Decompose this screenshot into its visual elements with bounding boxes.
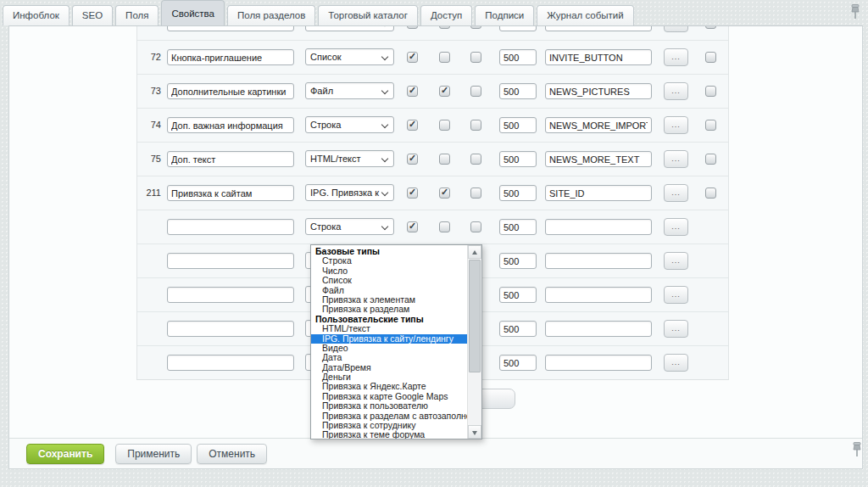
limit-input[interactable] xyxy=(499,321,537,337)
dropdown-scrollbar[interactable] xyxy=(467,245,481,439)
property-checkbox[interactable] xyxy=(470,86,481,97)
property-checkbox[interactable] xyxy=(470,120,481,131)
code-input[interactable] xyxy=(545,151,652,167)
dropdown-option[interactable]: Привязка к разделам с автозаполнением xyxy=(311,411,467,421)
scrollbar-thumb[interactable] xyxy=(469,260,481,372)
property-settings-button[interactable]: ... xyxy=(664,116,688,134)
tab-доступ[interactable]: Доступ xyxy=(420,5,472,25)
code-input[interactable] xyxy=(545,287,652,303)
tab-подписи[interactable]: Подписи xyxy=(475,5,534,25)
pin-icon-top[interactable] xyxy=(849,4,861,20)
limit-input[interactable] xyxy=(499,219,537,235)
property-checkbox[interactable] xyxy=(439,120,450,131)
property-type-select[interactable]: Файл xyxy=(305,82,394,99)
tab-журнал-событий[interactable]: Журнал событий xyxy=(537,5,633,25)
code-input[interactable] xyxy=(545,219,652,235)
property-name-input[interactable] xyxy=(167,83,294,99)
property-name-input[interactable] xyxy=(167,253,294,269)
apply-button[interactable]: Применить xyxy=(115,444,192,464)
scroll-down-icon[interactable] xyxy=(468,425,481,439)
property-name-input[interactable] xyxy=(167,287,294,303)
property-checkbox[interactable] xyxy=(439,188,450,199)
property-settings-button[interactable]: ... xyxy=(664,48,688,66)
property-settings-button[interactable]: ... xyxy=(664,184,688,202)
dropdown-option[interactable]: HTML/текст xyxy=(311,324,467,333)
dropdown-option[interactable]: Дата xyxy=(311,353,467,362)
property-name-input[interactable] xyxy=(167,49,294,65)
property-name-input[interactable] xyxy=(167,117,294,133)
dropdown-option[interactable]: Привязка к теме форума xyxy=(311,430,467,439)
property-checkbox[interactable] xyxy=(407,26,418,29)
code-input[interactable] xyxy=(545,26,652,31)
dropdown-option[interactable]: Список xyxy=(311,276,467,285)
property-checkbox[interactable] xyxy=(407,154,418,165)
row-select-checkbox[interactable] xyxy=(705,120,716,131)
property-type-select[interactable]: IPG. Привязка к сай xyxy=(305,184,394,201)
row-select-checkbox[interactable] xyxy=(705,26,716,29)
save-button[interactable]: Сохранить xyxy=(26,444,104,464)
property-checkbox[interactable] xyxy=(439,26,450,29)
code-input[interactable] xyxy=(545,117,652,133)
tab-поля[interactable]: Поля xyxy=(115,5,159,25)
tab-поля-разделов[interactable]: Поля разделов xyxy=(227,5,315,25)
property-name-input[interactable] xyxy=(167,185,294,201)
property-settings-button[interactable]: ... xyxy=(664,286,688,304)
dropdown-option[interactable]: IPG. Привязка к сайту/лендингу xyxy=(311,334,467,344)
property-checkbox[interactable] xyxy=(439,154,450,165)
property-type-select[interactable] xyxy=(305,26,394,31)
limit-input[interactable] xyxy=(499,185,537,201)
property-type-select[interactable]: HTML/текст xyxy=(305,150,394,167)
property-name-input[interactable] xyxy=(167,151,294,167)
code-input[interactable] xyxy=(545,355,652,371)
dropdown-option[interactable]: Число xyxy=(311,266,467,276)
property-name-input[interactable] xyxy=(167,26,294,31)
dropdown-option[interactable]: Привязка к разделам xyxy=(311,305,467,314)
scroll-up-icon[interactable] xyxy=(468,245,481,259)
limit-input[interactable] xyxy=(499,26,537,31)
property-settings-button[interactable]: ... xyxy=(664,252,688,270)
property-settings-button[interactable]: ... xyxy=(664,82,688,100)
row-select-checkbox[interactable] xyxy=(705,188,716,199)
limit-input[interactable] xyxy=(499,253,537,269)
code-input[interactable] xyxy=(545,83,652,99)
row-select-checkbox[interactable] xyxy=(705,52,716,63)
property-settings-button[interactable]: ... xyxy=(664,320,688,338)
property-name-input[interactable] xyxy=(167,219,294,235)
limit-input[interactable] xyxy=(499,117,537,133)
property-settings-button[interactable]: ... xyxy=(664,26,688,32)
row-select-checkbox[interactable] xyxy=(705,86,716,97)
property-type-select[interactable]: Строка xyxy=(305,116,394,133)
dropdown-option[interactable]: Привязка к элементам xyxy=(311,295,467,305)
property-checkbox[interactable] xyxy=(407,188,418,199)
property-settings-button[interactable]: ... xyxy=(664,218,688,236)
property-settings-button[interactable]: ... xyxy=(664,354,688,372)
dropdown-option[interactable]: Дата/Время xyxy=(311,363,467,372)
property-name-input[interactable] xyxy=(167,321,294,337)
limit-input[interactable] xyxy=(499,49,537,65)
code-input[interactable] xyxy=(545,253,652,269)
property-checkbox[interactable] xyxy=(439,221,450,232)
limit-input[interactable] xyxy=(499,355,537,371)
property-checkbox[interactable] xyxy=(470,221,481,232)
property-type-select[interactable]: Список xyxy=(305,48,394,65)
tab-свойства[interactable]: Свойства xyxy=(161,0,225,25)
dropdown-option[interactable]: Привязка к сотруднику xyxy=(311,421,467,430)
tab-инфоблок[interactable]: Инфоблок xyxy=(3,5,70,25)
property-checkbox[interactable] xyxy=(470,26,481,29)
cancel-button[interactable]: Отменить xyxy=(197,444,267,464)
property-checkbox[interactable] xyxy=(407,52,418,63)
limit-input[interactable] xyxy=(499,83,537,99)
pin-icon-bottom[interactable] xyxy=(851,442,863,458)
dropdown-option[interactable]: Привязка к Яндекс.Карте xyxy=(311,382,467,391)
row-select-checkbox[interactable] xyxy=(705,154,716,165)
property-settings-button[interactable]: ... xyxy=(664,150,688,168)
tab-seo[interactable]: SEO xyxy=(72,5,113,25)
code-input[interactable] xyxy=(545,185,652,201)
code-input[interactable] xyxy=(545,321,652,337)
dropdown-option[interactable]: Привязка к карте Google Maps xyxy=(311,392,467,401)
dropdown-option[interactable]: Деньги xyxy=(311,372,467,382)
property-checkbox[interactable] xyxy=(470,188,481,199)
tab-торговый-каталог[interactable]: Торговый каталог xyxy=(318,5,418,25)
property-checkbox[interactable] xyxy=(470,52,481,63)
property-checkbox[interactable] xyxy=(439,52,450,63)
